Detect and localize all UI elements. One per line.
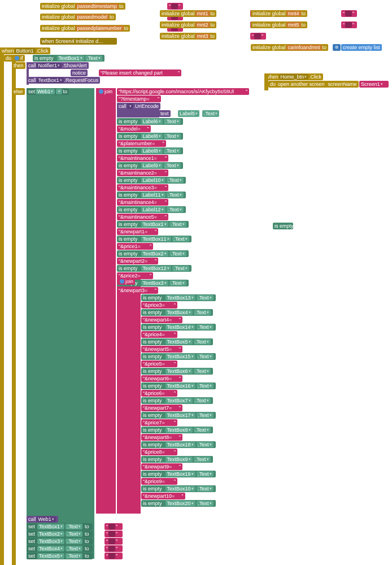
init-global-passedmodel[interactable]: initialize globalpassedmodelto: [40, 14, 116, 20]
isempty-row[interactable]: is emptyTextBox7▾.Text▾: [141, 397, 213, 404]
q-param[interactable]: “ &maintinance2= ”: [117, 169, 168, 176]
q-param[interactable]: “ &platenumber= ”: [117, 140, 166, 147]
isempty-row[interactable]: is emptyTextBox12▾.Text▾: [117, 265, 191, 272]
url-chip[interactable]: “ https://script.google.com/macros/s/AKf…: [117, 88, 249, 95]
isempty-row[interactable]: is emptyTextBox17▾.Text▾: [141, 412, 216, 419]
set-val[interactable]: “ ”: [104, 523, 123, 530]
gear-icon[interactable]: [15, 56, 19, 60]
q-param[interactable]: “ &price6= ”: [141, 390, 177, 397]
create-empty-list[interactable]: create empty list: [341, 44, 382, 51]
inner-join[interactable]: join: [117, 278, 135, 285]
init-global-mnt4[interactable]: initialize globalmnt4to: [251, 10, 307, 17]
isempty-row[interactable]: is emptyLabel9▾.Text▾: [117, 162, 183, 169]
if-block[interactable]: if: [12, 55, 25, 62]
q-param[interactable]: “ &maintinance5= ”: [117, 214, 168, 220]
q-param[interactable]: “ &maintinance4= ”: [117, 199, 168, 206]
label5-text[interactable]: .Text▾: [202, 110, 219, 117]
q-param[interactable]: “ &newpart8= ”: [141, 434, 182, 441]
call-uriencode[interactable]: call ▾ .UriEncode: [117, 103, 160, 110]
when-home[interactable]: when Home_btn▾ .Click: [264, 73, 323, 80]
init-global-mnt2[interactable]: initialize globalmnt2to: [160, 21, 216, 28]
cond-isempty[interactable]: is empty TextBox1▾ .Text▾: [33, 55, 104, 62]
isempty-row[interactable]: is emptyLabel10▾.Text▾: [117, 177, 186, 184]
isempty-row[interactable]: is emptyTextBox6▾.Text▾: [141, 368, 213, 375]
isempty-row[interactable]: is emptyLabel8▾.Text▾: [117, 147, 183, 154]
init-global-passedtimestamp[interactable]: initialize globalpassedtimestampto: [40, 3, 125, 10]
isempty-row[interactable]: is emptyTextBox11▾.Text▾: [117, 236, 191, 242]
q-param[interactable]: “ &model= ”: [117, 125, 151, 132]
q-param[interactable]: “ &price5= ”: [141, 360, 177, 367]
open-screen[interactable]: open another screen screenName: [276, 81, 359, 88]
isempty-row[interactable]: is emptyTextBox5▾.Text▾: [141, 338, 213, 345]
set-val[interactable]: “ ”: [104, 545, 123, 552]
call-web-get[interactable]: call Web1▾: [27, 516, 58, 523]
isempty-row[interactable]: is emptyTextBox1▾.Text▾: [117, 221, 189, 228]
init-val[interactable]: “ ”: [341, 10, 357, 17]
then-label: then: [12, 62, 25, 69]
isempty-row[interactable]: is emptyTextBox10▾.Text▾: [141, 485, 216, 492]
q-param[interactable]: “ &price4= ”: [141, 331, 177, 338]
isempty-row[interactable]: is emptyTextBox14▾.Text▾: [141, 324, 216, 331]
q-param[interactable]: “ &price8= ”: [141, 449, 177, 455]
gear-icon[interactable]: [99, 89, 103, 94]
isempty-row[interactable]: is emptyLabel8▾.Text▾: [117, 133, 183, 140]
set-tb[interactable]: setTextBox1▾.Text▾to: [27, 523, 93, 530]
join-block[interactable]: join: [96, 88, 114, 95]
set-tb[interactable]: setTextBox5▾.Text▾to: [27, 553, 93, 559]
isempty-row[interactable]: is emptyTextBox16▾.Text▾: [141, 383, 216, 389]
q-param[interactable]: “ &maintinance3= ”: [117, 184, 168, 191]
q-param[interactable]: “ &newpart9= ”: [141, 463, 182, 470]
init-global-carinfo[interactable]: initialize global carinfoandmnt to: [251, 44, 328, 51]
q-param[interactable]: “ &price9= ”: [141, 478, 177, 485]
when-screen-init[interactable]: when Screen4 Initialize d…: [40, 38, 117, 45]
q-param[interactable]: “ &newpart2= ”: [117, 258, 158, 264]
init-val[interactable]: “ ”: [341, 21, 357, 28]
isempty-row[interactable]: is emptyTextBox9▾.Text▾: [141, 456, 213, 463]
isempty-row[interactable]: is emptyLabel12▾.Text▾: [117, 206, 186, 213]
init-global-mnt5[interactable]: initialize globalmnt5to: [251, 21, 307, 28]
set-val[interactable]: “ ”: [104, 531, 123, 537]
isempty-row[interactable]: is emptyTextBox2▾.Text▾: [117, 250, 189, 257]
q-param[interactable]: “ &newpart4= ”: [141, 316, 182, 323]
screen1-chip[interactable]: Screen1▾: [359, 81, 389, 88]
isempty-row[interactable]: is emptyTextBox13▾.Text▾: [141, 294, 216, 301]
call-notifier[interactable]: call Notifier1▾ .ShowAlert: [27, 62, 89, 69]
isempty-row[interactable]: is emptyTextBox19▾.Text▾: [141, 471, 216, 477]
set-web1-url[interactable]: set Web1▾ ▾ to: [27, 88, 69, 95]
when-button1-click[interactable]: when Button1 .Click: [0, 47, 50, 54]
init-val[interactable]: “ ”: [250, 33, 266, 40]
set-tb[interactable]: setTextBox3▾.Text▾to: [27, 538, 93, 545]
set-tb[interactable]: setTextBox2▾.Text▾to: [27, 531, 93, 537]
isempty-row[interactable]: is emptyTextBox15▾.Text▾: [141, 353, 216, 360]
gear-icon[interactable]: [120, 279, 124, 284]
q-param[interactable]: “ &newpart1= ”: [117, 228, 158, 235]
isempty-row[interactable]: is emptyTextBox18▾.Text▾: [141, 441, 216, 448]
floating-isempty[interactable]: is empty: [273, 223, 293, 229]
gear-carinfo[interactable]: ⚙: [333, 44, 341, 51]
q-param[interactable]: “ &price7= ”: [141, 419, 177, 426]
call-reqfocus[interactable]: call TextBox1▾ .RequestFocus: [27, 77, 100, 84]
isempty-row[interactable]: is emptyTextBox8▾.Text▾: [141, 427, 213, 433]
init-global-mnt1[interactable]: initialize globalmnt1to: [160, 10, 216, 17]
set-val[interactable]: “ ”: [104, 538, 123, 545]
set-tb[interactable]: setTextBox4▾.Text▾to: [27, 545, 93, 552]
init-global-passedplatenumber[interactable]: initialize globalpassedplatenumberto: [40, 25, 130, 32]
q-param[interactable]: “ &newpart7= ”: [141, 405, 182, 411]
init-global-mnt3[interactable]: initialize globalmnt3to: [160, 33, 216, 40]
isempty-row[interactable]: is emptyLabel11▾.Text▾: [117, 192, 186, 198]
q-timestamp[interactable]: “ ?timestamp= ”: [117, 95, 161, 102]
q-param[interactable]: “ &newpart10= ”: [141, 493, 185, 499]
q-param[interactable]: “ &price3= ”: [141, 302, 177, 308]
q-param[interactable]: “ &newpart6= ”: [141, 375, 182, 382]
isempty-row[interactable]: is emptyLabel6▾.Text▾: [117, 118, 183, 125]
q-param[interactable]: “ &newpart5= ”: [141, 346, 182, 353]
q-param[interactable]: “ &newpart3= ”: [117, 287, 158, 294]
isempty-row[interactable]: is emptyTextBox20▾.Text▾: [141, 500, 216, 507]
set-val[interactable]: “ ”: [104, 553, 123, 559]
q-param[interactable]: “ &maintinance1= ”: [117, 155, 168, 162]
notice-msg[interactable]: “ Please insert changed part ”: [99, 69, 181, 76]
label5-get[interactable]: Label5▾: [178, 110, 199, 117]
init-val[interactable]: “ ”: [167, 3, 183, 10]
q-param[interactable]: “ &price1= ”: [117, 243, 153, 250]
isempty-row[interactable]: is emptyTextBox4▾.Text▾: [141, 309, 213, 316]
